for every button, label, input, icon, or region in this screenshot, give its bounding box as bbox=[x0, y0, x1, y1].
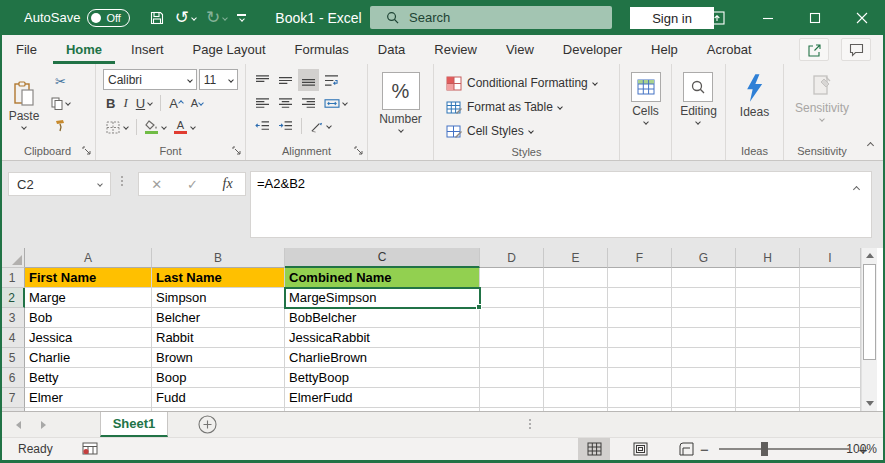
tab-acrobat[interactable]: Acrobat bbox=[694, 35, 765, 64]
cell[interactable] bbox=[544, 388, 608, 408]
editing-button[interactable]: Editing bbox=[680, 72, 717, 124]
sheet-tab-sheet1[interactable]: Sheet1 bbox=[100, 412, 168, 437]
cell[interactable] bbox=[480, 268, 544, 288]
cell[interactable] bbox=[608, 368, 672, 388]
cell[interactable] bbox=[672, 368, 736, 388]
column-header-A[interactable]: A bbox=[25, 248, 152, 268]
align-left-button[interactable] bbox=[252, 92, 273, 114]
cell[interactable] bbox=[736, 308, 800, 328]
row-header-4[interactable]: 4 bbox=[0, 328, 25, 348]
align-bottom-button[interactable] bbox=[298, 69, 319, 91]
zoom-slider[interactable] bbox=[719, 448, 849, 450]
tab-help[interactable]: Help bbox=[638, 35, 691, 64]
cell[interactable] bbox=[672, 268, 736, 288]
cell-A7[interactable]: Elmer bbox=[25, 388, 152, 408]
cell[interactable] bbox=[544, 368, 608, 388]
cell-A3[interactable]: Bob bbox=[25, 308, 152, 328]
insert-function-button[interactable]: fx bbox=[223, 176, 233, 192]
cell[interactable] bbox=[800, 368, 861, 388]
name-box[interactable]: C2 bbox=[8, 172, 111, 196]
select-all-button[interactable] bbox=[0, 248, 25, 268]
font-color-button[interactable]: A bbox=[171, 116, 198, 138]
column-header-E[interactable]: E bbox=[544, 248, 608, 268]
borders-button[interactable] bbox=[103, 116, 131, 138]
align-middle-button[interactable] bbox=[275, 69, 296, 91]
fill-color-button[interactable] bbox=[142, 116, 169, 138]
font-name-select[interactable]: Calibri bbox=[103, 69, 197, 90]
font-size-select[interactable]: 11 bbox=[199, 69, 238, 90]
cell[interactable] bbox=[672, 288, 736, 308]
vertical-scrollbar[interactable] bbox=[861, 248, 877, 411]
increase-font-size-button[interactable]: A bbox=[166, 92, 186, 114]
cell[interactable] bbox=[608, 388, 672, 408]
increase-indent-button[interactable] bbox=[275, 115, 296, 137]
fill-handle[interactable] bbox=[476, 304, 482, 310]
cell[interactable] bbox=[480, 328, 544, 348]
page-break-preview-button[interactable] bbox=[670, 438, 702, 460]
row-header-2[interactable]: 2 bbox=[0, 288, 25, 308]
cell-B5[interactable]: Brown bbox=[152, 348, 285, 368]
cell[interactable] bbox=[736, 348, 800, 368]
orientation-button[interactable] bbox=[307, 115, 334, 137]
cell[interactable] bbox=[480, 368, 544, 388]
cell-A2[interactable]: Marge bbox=[25, 288, 152, 308]
cell[interactable] bbox=[736, 368, 800, 388]
maximize-button[interactable] bbox=[798, 0, 832, 35]
wrap-text-button[interactable] bbox=[321, 69, 342, 91]
cell[interactable] bbox=[736, 388, 800, 408]
conditional-formatting-button[interactable]: Conditional Formatting bbox=[438, 71, 619, 95]
align-center-button[interactable] bbox=[275, 92, 296, 114]
align-right-button[interactable] bbox=[298, 92, 319, 114]
cell-A6[interactable]: Betty bbox=[25, 368, 152, 388]
tab-developer[interactable]: Developer bbox=[550, 35, 635, 64]
column-header-B[interactable]: B bbox=[152, 248, 285, 268]
cell[interactable] bbox=[480, 348, 544, 368]
format-painter-button[interactable] bbox=[48, 114, 73, 136]
cell[interactable] bbox=[672, 328, 736, 348]
record-macro-button[interactable] bbox=[82, 442, 98, 456]
cell-styles-button[interactable]: Cell Styles bbox=[438, 119, 619, 143]
cell-C4[interactable]: JessicaRabbit bbox=[285, 328, 480, 348]
row-header-5[interactable]: 5 bbox=[0, 348, 25, 368]
cell[interactable] bbox=[480, 388, 544, 408]
cell[interactable] bbox=[544, 328, 608, 348]
comments-button[interactable] bbox=[841, 38, 871, 61]
close-button[interactable] bbox=[845, 0, 879, 35]
cancel-icon[interactable]: ✕ bbox=[151, 177, 162, 192]
redo-button[interactable]: ↻ bbox=[203, 5, 230, 31]
column-header-D[interactable]: D bbox=[480, 248, 544, 268]
row-header-6[interactable]: 6 bbox=[0, 368, 25, 388]
cell[interactable] bbox=[800, 288, 861, 308]
cell[interactable] bbox=[480, 308, 544, 328]
cell[interactable] bbox=[544, 268, 608, 288]
cell[interactable] bbox=[544, 348, 608, 368]
zoom-out-button[interactable]: − bbox=[700, 441, 709, 458]
row-header-7[interactable]: 7 bbox=[0, 388, 25, 408]
zoom-slider-thumb[interactable] bbox=[761, 442, 768, 456]
ideas-button[interactable]: Ideas bbox=[740, 73, 769, 119]
cut-button[interactable]: ✂ bbox=[48, 70, 73, 92]
cell[interactable] bbox=[480, 288, 544, 308]
cell-C3[interactable]: BobBelcher bbox=[285, 308, 480, 328]
decrease-font-size-button[interactable]: A bbox=[188, 92, 206, 114]
scroll-up-button[interactable] bbox=[862, 248, 877, 263]
previous-sheet-button[interactable] bbox=[16, 421, 21, 429]
cell[interactable] bbox=[544, 288, 608, 308]
new-sheet-button[interactable] bbox=[198, 415, 217, 434]
format-as-table-button[interactable]: Format as Table bbox=[438, 95, 619, 119]
column-header-G[interactable]: G bbox=[672, 248, 736, 268]
undo-button[interactable]: ↺ bbox=[172, 5, 199, 31]
tab-formulas[interactable]: Formulas bbox=[282, 35, 362, 64]
align-top-button[interactable] bbox=[252, 69, 273, 91]
tab-splitter-handle[interactable] bbox=[529, 419, 531, 429]
cell[interactable] bbox=[672, 308, 736, 328]
tab-view[interactable]: View bbox=[493, 35, 547, 64]
cell[interactable] bbox=[672, 388, 736, 408]
cell-B6[interactable]: Boop bbox=[152, 368, 285, 388]
cell[interactable] bbox=[608, 288, 672, 308]
cell[interactable] bbox=[736, 268, 800, 288]
scroll-down-button[interactable] bbox=[862, 396, 877, 411]
cell-C5[interactable]: CharlieBrown bbox=[285, 348, 480, 368]
tab-file[interactable]: File bbox=[3, 35, 50, 64]
cell-B4[interactable]: Rabbit bbox=[152, 328, 285, 348]
